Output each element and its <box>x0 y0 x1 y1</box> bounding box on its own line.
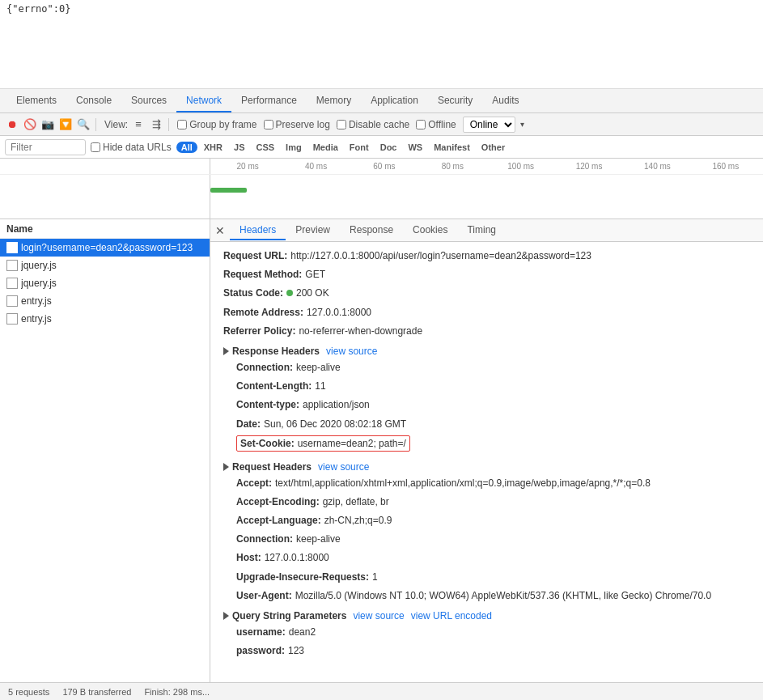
request-header-items: Accept: text/html,application/xhtml+xml,… <box>223 476 750 604</box>
timeline-mark: 20 ms <box>214 162 282 171</box>
timeline-mark: 100 ms <box>487 162 555 171</box>
group-by-frame-label[interactable]: Group by frame <box>177 119 256 130</box>
request-url-val: http://127.0.0.1:8000/api/user/login?use… <box>290 248 591 264</box>
set-cookie-val: username=dean2; path=/ <box>298 438 406 449</box>
tab-network[interactable]: Network <box>176 90 231 112</box>
response-header-val: 11 <box>315 379 325 394</box>
devtools-tab-bar: Elements Console Sources Network Perform… <box>0 89 763 113</box>
filter-tag-media[interactable]: Media <box>308 142 343 153</box>
request-header-key: Accept-Encoding: <box>236 494 320 510</box>
response-header-row: Content-Length: 11 <box>236 379 750 394</box>
disable-cache-checkbox[interactable] <box>337 120 346 129</box>
remote-address-row: Remote Address: 127.0.0.1:8000 <box>223 305 750 320</box>
console-output: {"errno":0} <box>0 0 763 89</box>
tab-sources[interactable]: Sources <box>121 90 176 112</box>
disable-cache-label[interactable]: Disable cache <box>337 119 409 130</box>
camera-button[interactable]: 📷 <box>40 117 55 132</box>
file-item[interactable]: jquery.js <box>0 274 210 292</box>
file-icon <box>6 242 18 253</box>
request-method-key: Request Method: <box>223 267 302 282</box>
filter-tag-css[interactable]: CSS <box>251 142 279 153</box>
filter-button[interactable]: 🔽 <box>58 117 73 132</box>
timeline: 20 ms40 ms60 ms80 ms100 ms120 ms140 ms16… <box>0 159 763 219</box>
status-transferred: 179 B transferred <box>62 687 131 697</box>
filter-tag-all[interactable]: All <box>176 142 197 153</box>
request-header-val: Mozilla/5.0 (Windows NT 10.0; WOW64) App… <box>295 588 711 604</box>
status-code-row: Status Code: 200 OK <box>223 286 750 301</box>
tab-console[interactable]: Console <box>66 90 121 112</box>
timeline-mark: 140 ms <box>623 162 691 171</box>
request-header-key: Upgrade-Insecure-Requests: <box>236 570 369 585</box>
file-item[interactable]: login?username=dean2&password=123 <box>0 239 210 257</box>
search-button[interactable]: 🔍 <box>76 117 91 132</box>
response-headers-section[interactable]: Response Headers view source <box>223 346 750 357</box>
filter-tag-manifest[interactable]: Manifest <box>429 142 475 153</box>
filter-tag-font[interactable]: Font <box>345 142 374 153</box>
detail-tab-cookies[interactable]: Cookies <box>403 221 457 240</box>
record-button[interactable]: ⏺ <box>5 117 19 132</box>
throttle-select[interactable]: Online <box>463 117 515 133</box>
details-panel: ✕ Headers Preview Response Cookies Timin… <box>210 219 763 682</box>
filter-tag-js[interactable]: JS <box>229 142 249 153</box>
file-item[interactable]: jquery.js <box>0 257 210 274</box>
detail-tab-response[interactable]: Response <box>340 221 403 240</box>
filter-tag-doc[interactable]: Doc <box>375 142 402 153</box>
view-waterfall-button[interactable]: ⇶ <box>149 117 163 132</box>
tab-memory[interactable]: Memory <box>307 90 361 112</box>
response-header-val: Sun, 06 Dec 2020 08:02:18 GMT <box>264 417 406 432</box>
file-item[interactable]: entry.js <box>0 310 210 328</box>
query-string-section[interactable]: Query String Parameters view source view… <box>223 610 750 622</box>
group-by-frame-checkbox[interactable] <box>177 120 187 129</box>
request-headers-view-source[interactable]: view source <box>318 461 369 473</box>
status-dot <box>286 290 293 296</box>
timeline-body <box>0 175 763 218</box>
query-string-triangle <box>223 612 229 620</box>
tab-security[interactable]: Security <box>428 90 482 112</box>
file-item[interactable]: entry.js <box>0 292 210 310</box>
timeline-bar <box>210 188 247 193</box>
detail-tab-preview[interactable]: Preview <box>286 221 340 240</box>
file-icon <box>6 278 18 289</box>
filter-input[interactable] <box>5 139 86 155</box>
response-header-items: Connection: keep-aliveContent-Length: 11… <box>223 360 750 455</box>
tab-application[interactable]: Application <box>361 90 428 112</box>
response-header-row: Connection: keep-alive <box>236 360 750 375</box>
file-icon <box>6 295 18 307</box>
filter-tag-img[interactable]: Img <box>281 142 307 153</box>
request-headers-section[interactable]: Request Headers view source <box>223 461 750 473</box>
close-details-button[interactable]: ✕ <box>214 224 227 237</box>
hide-data-urls-label[interactable]: Hide data URLs <box>91 142 172 153</box>
tab-performance[interactable]: Performance <box>231 90 307 112</box>
details-content: Request URL: http://127.0.0.1:8000/api/u… <box>210 242 763 668</box>
main-area: Name login?username=dean2&password=123jq… <box>0 219 763 682</box>
preserve-log-label[interactable]: Preserve log <box>264 119 330 130</box>
query-string-view-source[interactable]: view source <box>353 610 404 622</box>
clear-button[interactable]: 🚫 <box>23 117 37 132</box>
file-name: login?username=dean2&password=123 <box>21 242 193 253</box>
request-header-row: Upgrade-Insecure-Requests: 1 <box>236 570 750 585</box>
response-headers-view-source[interactable]: view source <box>326 346 377 357</box>
filter-tag-other[interactable]: Other <box>477 142 510 153</box>
preserve-log-checkbox[interactable] <box>264 120 273 129</box>
details-tabs: ✕ Headers Preview Response Cookies Timin… <box>210 219 763 242</box>
offline-text: Offline <box>428 119 456 130</box>
request-header-key: Host: <box>236 550 261 566</box>
console-text: {"errno":0} <box>6 3 70 15</box>
tab-elements[interactable]: Elements <box>6 90 66 112</box>
detail-tab-headers[interactable]: Headers <box>230 221 286 240</box>
filter-tag-xhr[interactable]: XHR <box>199 142 227 153</box>
request-url-key: Request URL: <box>223 248 287 264</box>
timeline-mark: 160 ms <box>692 162 760 171</box>
view-list-button[interactable]: ≡ <box>131 117 146 132</box>
throttle-dropdown-arrow[interactable]: ▾ <box>520 120 524 129</box>
detail-tab-timing[interactable]: Timing <box>457 221 506 240</box>
request-header-row: Accept-Encoding: gzip, deflate, br <box>236 494 750 510</box>
tab-audits[interactable]: Audits <box>482 90 528 112</box>
offline-label[interactable]: Offline <box>416 119 456 130</box>
offline-checkbox[interactable] <box>416 120 426 129</box>
filter-tag-ws[interactable]: WS <box>403 142 427 153</box>
query-string-view-url-encoded[interactable]: view URL encoded <box>411 610 492 622</box>
request-method-val: GET <box>305 267 325 282</box>
status-finish: Finish: 298 ms... <box>144 687 210 697</box>
hide-data-urls-checkbox[interactable] <box>91 142 100 152</box>
